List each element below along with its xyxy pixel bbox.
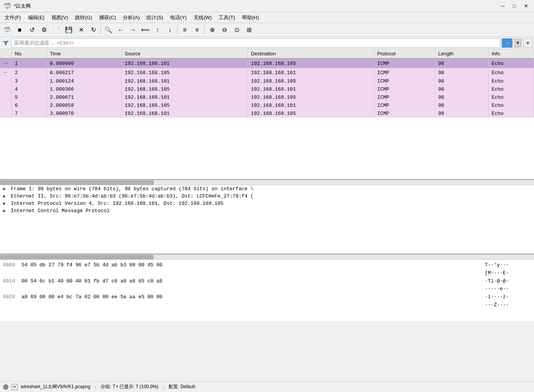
filter-apply-button[interactable]: → [502, 38, 512, 48]
detail-text: Ethernet II, Src: 96:e7:5b:4d:ab:b3 (96:… [11, 193, 254, 199]
title-bar-left: 🦈 *以太网 [3, 2, 31, 10]
toolbar-button-up[interactable]: ↑ [152, 25, 163, 35]
menu-item-W[interactable]: 无线(W) [191, 13, 215, 22]
cell-source: 192.168.168.101 [121, 110, 248, 118]
cell-info: Echo [488, 85, 534, 93]
table-row[interactable]: 52.000671192.168.168.101192.168.168.105I… [0, 93, 534, 101]
detail-row[interactable]: ▶Internet Protocol Version 4, Src: 192.1… [0, 200, 534, 207]
toolbar-separator-16 [204, 25, 205, 35]
cell-source: 192.168.168.101 [121, 93, 248, 101]
cell-no.: 1 [12, 58, 46, 68]
menu-item-T[interactable]: 工具(T) [216, 13, 238, 22]
col-header-protocol[interactable]: Protocol [374, 49, 435, 58]
h-scrollbar-thumb[interactable] [0, 180, 154, 185]
menu-item-F[interactable]: 文件(F) [2, 13, 24, 22]
toolbar-button-colorize1[interactable]: ≡ [179, 25, 191, 35]
filter-dropdown-button[interactable]: ▼ [514, 38, 522, 48]
cell-no.: 5 [12, 93, 46, 101]
cell-protocol: ICMP [374, 93, 435, 101]
menu-item-G[interactable]: 跳转(G) [72, 13, 95, 22]
detail-row[interactable]: ▶Frame 1: 98 bytes on wire (784 bits), 9… [0, 185, 534, 193]
filter-arrow-icon: → [504, 40, 510, 46]
col-header-no.[interactable]: No. [12, 49, 46, 58]
col-header-destination[interactable]: Destination [248, 49, 374, 58]
toolbar-button-back-end[interactable]: ⟸ [139, 25, 151, 35]
toolbar-button-open[interactable]: 📄 [51, 25, 62, 35]
col-header-info[interactable]: Info [488, 49, 534, 58]
toolbar-button-zoom-out[interactable]: ⊖ [219, 25, 230, 35]
h-scrollbar-2[interactable] [0, 254, 534, 260]
status-stats: 分组: 7 • 已显示: 7 (100.0%) [101, 384, 158, 390]
window-title: *以太网 [14, 3, 31, 10]
toolbar-button-close-file[interactable]: ✕ [75, 25, 87, 35]
menu-item-V[interactable]: 视图(V) [48, 13, 71, 22]
cell-source: 192.168.168.105 [121, 85, 248, 93]
hex-bytes: 54 05 db 27 79 f4 96 e7 5b 4d ab b3 08 0… [22, 261, 482, 277]
detail-text: Internet Control Message Protocol [11, 208, 109, 214]
menu-item-Y[interactable]: 电话(Y) [167, 13, 190, 22]
col-header-time[interactable]: Time [46, 49, 121, 58]
menu-item-S[interactable]: 统计(S) [143, 13, 166, 22]
cell-info: Echo [488, 93, 534, 101]
cell-source: 192.168.168.101 [121, 58, 248, 68]
menu-item-C[interactable]: 捕获(C) [96, 13, 119, 22]
menu-item-E[interactable]: 编辑(E) [25, 13, 48, 22]
cell-length: 98 [435, 85, 488, 93]
table-header-row: No.TimeSourceDestinationProtocolLengthIn… [0, 49, 534, 58]
detail-row[interactable]: ▶Ethernet II, Src: 96:e7:5b:4d:ab:b3 (96… [0, 193, 534, 200]
toolbar-button-back[interactable]: ← [115, 25, 126, 35]
table-row[interactable]: 41.000306192.168.168.105192.168.168.101I… [0, 85, 534, 93]
table-row[interactable]: ←20.000217192.168.168.105192.168.168.101… [0, 68, 534, 77]
toolbar-button-reload[interactable]: ↻ [88, 25, 99, 35]
toolbar-button-stop[interactable]: ■ [14, 25, 25, 35]
toolbar-button-restart[interactable]: ↺ [26, 25, 38, 35]
toolbar-button-save[interactable]: 💾 [63, 25, 75, 35]
hex-bytes: a8 69 08 00 e4 bc 7a 02 00 00 ee 5a aa e… [22, 293, 482, 309]
h-scrollbar-thumb-2[interactable] [0, 255, 154, 259]
cell-no.: 2 [12, 68, 46, 77]
status-bar: ✏ wireshark_以太网V9AVK1.pcapng | 分组: 7 • 已… [0, 381, 534, 392]
filter-input[interactable] [12, 38, 500, 48]
status-ready-icon [3, 384, 8, 390]
col-header-source[interactable]: Source [121, 49, 248, 58]
table-row[interactable]: 62.000858192.168.168.105192.168.168.101I… [0, 101, 534, 110]
hex-row: 001000 54 6c b1 40 00 40 01 fb d7 c0 a8 … [3, 277, 531, 294]
detail-row[interactable]: ▶Internet Control Message Protocol [0, 207, 534, 214]
col-header-length[interactable]: Length [435, 49, 488, 58]
cell-info: Echo [488, 101, 534, 110]
cell-protocol: ICMP [374, 85, 435, 93]
col-direction [0, 49, 12, 58]
filter-add-button[interactable]: + [523, 38, 532, 48]
toolbar-button-down[interactable]: ↓ [164, 25, 176, 35]
toolbar-button-resize-cols[interactable]: ⊞ [243, 25, 255, 35]
h-scrollbar[interactable] [0, 180, 534, 185]
minimize-button[interactable]: ─ [498, 2, 508, 10]
close-button[interactable]: ✕ [521, 2, 531, 10]
cell-length: 98 [435, 93, 488, 101]
hex-ascii: ·Tl·@·@· ·····e·· [485, 277, 531, 294]
maximize-button[interactable]: □ [509, 2, 519, 10]
cell-no.: 3 [12, 77, 46, 85]
hex-offset: 0010 [3, 277, 18, 294]
cell-protocol: ICMP [374, 101, 435, 110]
toolbar-button-colorize2[interactable]: ≡ [191, 25, 203, 35]
toolbar-button-logo[interactable]: 🦈 [2, 25, 13, 35]
cell-destination: 192.168.168.101 [248, 68, 374, 77]
table-row[interactable]: 73.000970192.168.168.101192.168.168.105I… [0, 110, 534, 118]
toolbar-button-search[interactable]: 🔍 [103, 25, 114, 35]
cell-info: Echo [488, 110, 534, 118]
table-row[interactable]: 31.000124192.168.168.101192.168.168.105I… [0, 77, 534, 85]
toolbar-button-zoom-in[interactable]: ⊕ [206, 25, 218, 35]
menu-item-H[interactable]: 帮助(H) [239, 13, 262, 22]
row-direction-icon: ← [0, 68, 12, 77]
toolbar-button-forward[interactable]: → [127, 25, 139, 35]
cell-time: 3.000970 [46, 110, 121, 118]
table-row[interactable]: →10.000000192.168.168.101192.168.168.105… [0, 58, 534, 68]
menu-item-A[interactable]: 分析(A) [120, 13, 143, 22]
toolbar-button-zoom-reset[interactable]: ⊙ [231, 25, 242, 35]
expand-icon: ▶ [3, 208, 9, 214]
cell-time: 1.000124 [46, 77, 121, 85]
cell-time: 2.000858 [46, 101, 121, 110]
toolbar-button-settings[interactable]: ⚙ [38, 25, 50, 35]
status-filename: wireshark_以太网V9AVK1.pcapng [21, 384, 90, 390]
